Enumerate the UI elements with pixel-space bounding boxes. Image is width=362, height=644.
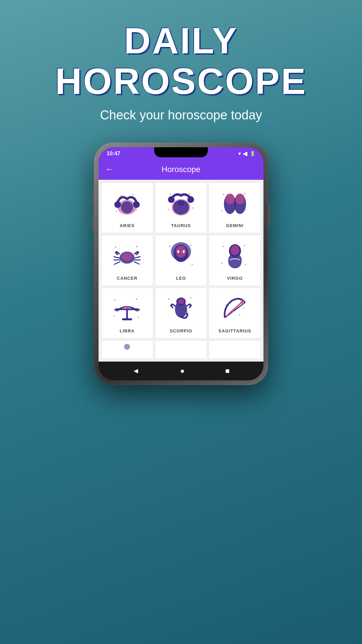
svg-text:✦: ✦ bbox=[245, 208, 247, 211]
status-icons: ▾ ◂▮ 🔋 bbox=[238, 151, 255, 156]
gemini-icon: ✦ ✦ ✦ ✦ bbox=[218, 189, 252, 219]
svg-text:✦: ✦ bbox=[138, 263, 140, 266]
sagittarius-icon: ✦ ✦ ✦ ✦ bbox=[218, 294, 252, 324]
svg-text:✦: ✦ bbox=[113, 263, 115, 266]
svg-text:✦: ✦ bbox=[242, 307, 245, 310]
svg-text:✦: ✦ bbox=[137, 316, 139, 319]
zodiac-card-virgo[interactable]: ✦ ✦ ✦ ✦ VIRGO bbox=[209, 235, 261, 286]
svg-point-10 bbox=[187, 196, 194, 203]
scorpio-label: SCORPIO bbox=[170, 328, 192, 333]
app-title: DAILY HOROSCOPE bbox=[0, 20, 362, 101]
back-nav-button[interactable]: ◄ bbox=[132, 367, 140, 375]
zodiac-card-scorpio[interactable]: ✦ ✦ SCORPIO bbox=[155, 288, 207, 338]
svg-point-12 bbox=[178, 200, 184, 206]
svg-text:✦: ✦ bbox=[243, 192, 246, 196]
app-bar-title: Horoscope bbox=[121, 165, 241, 174]
svg-point-40 bbox=[177, 250, 179, 253]
taurus-icon: ✦ ✦ ✦ ✦ bbox=[164, 189, 198, 219]
svg-text:✦: ✦ bbox=[191, 263, 193, 266]
aries-label: ARIES bbox=[120, 223, 135, 228]
header-section: DAILY HOROSCOPE Check your horoscope tod… bbox=[0, 0, 362, 132]
back-button[interactable]: ← bbox=[105, 164, 114, 174]
svg-text:✦: ✦ bbox=[168, 208, 170, 211]
phone-notch bbox=[154, 147, 208, 157]
libra-icon: ✦ ✦ ✦ ✦ bbox=[110, 294, 144, 324]
wifi-icon: ▾ bbox=[238, 151, 241, 156]
subtitle: Check your horoscope today bbox=[0, 108, 362, 122]
svg-text:✦: ✦ bbox=[225, 304, 227, 307]
svg-point-72 bbox=[124, 344, 130, 350]
svg-text:✦: ✦ bbox=[189, 297, 192, 300]
volume-down-button bbox=[92, 213, 94, 230]
svg-text:✦: ✦ bbox=[222, 245, 225, 248]
svg-point-2 bbox=[133, 201, 140, 208]
phone-mockup: 10:47 ▾ ◂▮ 🔋 ← Horoscope bbox=[94, 143, 268, 385]
svg-text:✦: ✦ bbox=[115, 210, 118, 213]
svg-text:✦: ✦ bbox=[192, 207, 194, 210]
zodiac-card-leo[interactable]: ✦ ✦ ✦ LEO bbox=[155, 235, 207, 286]
svg-text:✦: ✦ bbox=[120, 194, 122, 198]
svg-text:✦: ✦ bbox=[132, 193, 134, 196]
svg-point-55 bbox=[125, 306, 129, 309]
gemini-label: GEMINI bbox=[226, 223, 244, 228]
svg-text:✦: ✦ bbox=[222, 193, 225, 196]
svg-text:✦: ✦ bbox=[135, 245, 138, 248]
cancer-icon: ✦ ✦ ✦ ✦ bbox=[110, 241, 144, 272]
phone-screen: 10:47 ▾ ◂▮ 🔋 ← Horoscope bbox=[99, 147, 263, 380]
aries-icon: ✦ ✦ ✦ ✦ bbox=[110, 189, 144, 219]
home-nav-button[interactable]: ● bbox=[180, 367, 185, 375]
zodiac-card-gemini[interactable]: ✦ ✦ ✦ ✦ GEMINI bbox=[209, 182, 261, 233]
svg-text:✦: ✦ bbox=[168, 298, 170, 301]
svg-text:✦: ✦ bbox=[244, 263, 247, 266]
svg-text:✦: ✦ bbox=[114, 246, 117, 249]
partial-card-2[interactable] bbox=[155, 340, 207, 359]
svg-text:✦: ✦ bbox=[189, 244, 192, 247]
volume-up-button bbox=[92, 190, 94, 206]
zodiac-card-aries[interactable]: ✦ ✦ ✦ ✦ ARIES bbox=[101, 182, 153, 233]
content-area: ✦ ✦ ✦ ✦ ARIES bbox=[99, 180, 263, 362]
svg-rect-54 bbox=[122, 318, 132, 320]
virgo-icon: ✦ ✦ ✦ ✦ bbox=[218, 241, 252, 272]
svg-text:✦: ✦ bbox=[168, 245, 171, 248]
virgo-label: VIRGO bbox=[227, 276, 243, 281]
svg-text:✦: ✦ bbox=[113, 315, 115, 318]
battery-icon: 🔋 bbox=[250, 151, 255, 156]
leo-label: LEO bbox=[176, 276, 186, 281]
zodiac-grid: ✦ ✦ ✦ ✦ ARIES bbox=[101, 182, 261, 338]
libra-label: LIBRA bbox=[120, 328, 135, 333]
zodiac-card-cancer[interactable]: ✦ ✦ ✦ ✦ CANCER bbox=[101, 235, 153, 286]
sagittarius-label: SAGITTARIUS bbox=[219, 328, 251, 333]
svg-line-27 bbox=[114, 257, 120, 258]
svg-text:✦: ✦ bbox=[135, 208, 138, 211]
svg-text:✦: ✦ bbox=[243, 244, 246, 247]
svg-point-1 bbox=[114, 201, 121, 208]
svg-text:✦: ✦ bbox=[114, 298, 116, 302]
svg-text:✦: ✦ bbox=[135, 298, 138, 301]
svg-point-26 bbox=[122, 253, 132, 261]
cancer-label: CANCER bbox=[117, 276, 138, 281]
svg-point-41 bbox=[183, 250, 185, 253]
scorpio-icon: ✦ ✦ bbox=[164, 294, 198, 324]
zodiac-card-sagittarius[interactable]: ✦ ✦ ✦ ✦ SAGITTARIUS bbox=[209, 288, 261, 338]
svg-point-19 bbox=[225, 194, 235, 204]
partial-card-3[interactable] bbox=[209, 340, 261, 359]
recent-nav-button[interactable]: ■ bbox=[225, 367, 230, 375]
partial-card-1[interactable] bbox=[101, 340, 153, 359]
svg-point-62 bbox=[178, 299, 184, 304]
svg-text:✦: ✦ bbox=[232, 310, 234, 313]
svg-text:✦: ✦ bbox=[169, 193, 172, 196]
svg-text:✦: ✦ bbox=[221, 262, 223, 265]
leo-icon: ✦ ✦ ✦ bbox=[164, 241, 198, 272]
status-time: 10:47 bbox=[107, 151, 120, 157]
svg-line-30 bbox=[134, 257, 140, 258]
phone-outer: 10:47 ▾ ◂▮ 🔋 ← Horoscope bbox=[94, 143, 268, 385]
power-button bbox=[268, 203, 270, 226]
svg-point-39 bbox=[176, 246, 186, 258]
svg-point-3 bbox=[121, 201, 133, 213]
svg-text:✦: ✦ bbox=[221, 209, 223, 212]
taurus-label: TAURUS bbox=[171, 223, 191, 228]
zodiac-card-taurus[interactable]: ✦ ✦ ✦ ✦ TAURUS bbox=[155, 182, 207, 233]
partial-row bbox=[101, 340, 261, 359]
svg-point-47 bbox=[231, 245, 239, 255]
zodiac-card-libra[interactable]: ✦ ✦ ✦ ✦ LIBRA bbox=[101, 288, 153, 338]
